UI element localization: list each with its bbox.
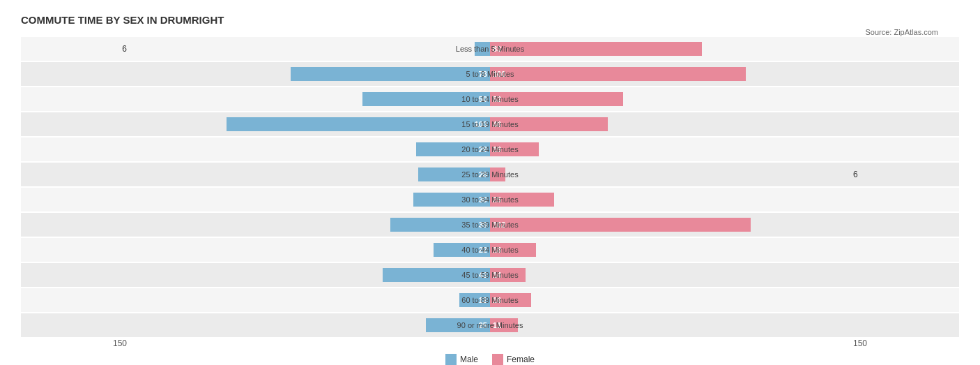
- chart-row: 78 5 to 9 Minutes 100: [21, 62, 959, 86]
- bars-container: 78 5 to 9 Minutes 100: [132, 62, 848, 86]
- axis-row: 150 150: [21, 338, 959, 348]
- chart-row: 22 40 to 44 Minutes 18: [21, 238, 959, 262]
- chart-row: 12 60 to 89 Minutes 16: [21, 288, 959, 312]
- male-value: 6: [21, 44, 132, 54]
- axis-right-value: 150: [848, 338, 959, 348]
- row-label: 40 to 44 Minutes: [461, 246, 518, 254]
- axis-left-value: 150: [21, 338, 132, 348]
- legend-male-label: Male: [460, 355, 478, 364]
- bars-container: 50 10 to 14 Minutes 52: [132, 87, 848, 111]
- chart-row: 103 15 to 19 Minutes 46: [21, 112, 959, 136]
- legend-female: Female: [492, 354, 535, 365]
- row-label: 45 to 59 Minutes: [461, 271, 518, 279]
- female-color-box: [492, 354, 503, 365]
- bars-container: 12 60 to 89 Minutes 16: [132, 288, 848, 312]
- row-label: 35 to 39 Minutes: [461, 221, 518, 229]
- row-label: Less than 5 Minutes: [456, 45, 524, 53]
- female-bar: 100: [490, 67, 746, 81]
- bars-container: 29 20 to 24 Minutes 19: [132, 137, 848, 161]
- row-label: 60 to 89 Minutes: [461, 296, 518, 304]
- bars-container: 22 40 to 44 Minutes 18: [132, 238, 848, 262]
- female-bar: 102: [490, 218, 751, 232]
- chart-row: 28 25 to 29 Minutes 6: [21, 163, 959, 186]
- row-label: 10 to 14 Minutes: [461, 95, 518, 103]
- legend-female-label: Female: [507, 355, 535, 364]
- row-label: 90 or more Minutes: [457, 321, 523, 329]
- male-bar: 103: [227, 117, 490, 131]
- chart-row: 30 30 to 34 Minutes 25: [21, 188, 959, 211]
- bars-container: 42 45 to 59 Minutes 14: [132, 263, 848, 287]
- legend: Male Female: [21, 354, 959, 365]
- source-label: Source: ZipAtlas.com: [865, 28, 938, 36]
- row-label: 25 to 29 Minutes: [461, 170, 518, 179]
- chart-row: 42 45 to 59 Minutes 14: [21, 263, 959, 287]
- bars-container: 25 90 or more Minutes 11: [132, 313, 848, 337]
- chart-title: COMMUTE TIME BY SEX IN DRUMRIGHT: [21, 14, 959, 26]
- bars-container: 30 30 to 34 Minutes 25: [132, 188, 848, 211]
- chart-row: 39 35 to 39 Minutes 102: [21, 213, 959, 237]
- male-bar: 78: [291, 67, 490, 81]
- legend-male: Male: [445, 354, 478, 365]
- chart-row: 25 90 or more Minutes 11: [21, 313, 959, 337]
- row-label: 30 to 34 Minutes: [461, 195, 518, 204]
- chart-area: 6 Less than 5 Minutes 83 78 5 to 9 Minut…: [21, 37, 959, 337]
- row-label: 5 to 9 Minutes: [466, 70, 514, 78]
- bars-container: 39 35 to 39 Minutes 102: [132, 213, 848, 237]
- bars-container: 28 25 to 29 Minutes: [132, 163, 848, 186]
- row-label: 15 to 19 Minutes: [461, 120, 518, 128]
- female-value: 6: [848, 170, 959, 179]
- row-label: 20 to 24 Minutes: [461, 145, 518, 154]
- bars-container: 103 15 to 19 Minutes 46: [132, 112, 848, 136]
- chart-row: 6 Less than 5 Minutes 83: [21, 37, 959, 61]
- male-color-box: [445, 354, 457, 365]
- bars-container: Less than 5 Minutes 83: [132, 37, 848, 61]
- chart-row: 29 20 to 24 Minutes 19: [21, 137, 959, 161]
- chart-row: 50 10 to 14 Minutes 52: [21, 87, 959, 111]
